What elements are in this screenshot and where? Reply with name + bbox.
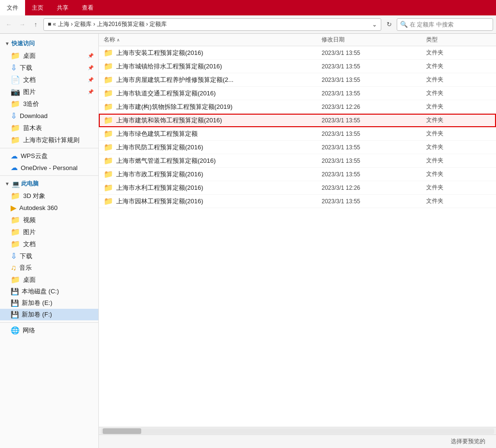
file-type: 文件夹 (426, 103, 496, 111)
sidebar-item-download[interactable]: ⇩ 下载 📌 (0, 62, 98, 74)
sidebar-item-shanghai-rules[interactable]: 📁 上海市定额计算规则 (0, 134, 98, 146)
file-date: 2023/3/1 13:55 (322, 117, 426, 124)
folder-icon: 📁 (104, 143, 113, 152)
folder-icon: 📄 (11, 75, 20, 84)
table-row[interactable]: 📁 上海市民防工程预算定额(2016) 2023/3/1 13:55 文件夹 (99, 141, 496, 154)
table-row[interactable]: 📁 上海市城镇给排水工程预算定额(2016) 2023/3/1 13:55 文件… (99, 60, 496, 73)
sidebar-item-download2[interactable]: ⇩ 下载 (0, 250, 98, 262)
sidebar-item-3d[interactable]: 📁 3D 对象 (0, 190, 98, 202)
ribbon-tab-file[interactable]: 文件 (0, 0, 25, 15)
ribbon-tab-home[interactable]: 主页 (25, 0, 50, 15)
file-name: 📁 上海市建(构)筑物拆除工程预算定额(2019) (99, 102, 322, 111)
folder-icon: 📁 (11, 51, 20, 60)
ribbon-tab-share[interactable]: 共享 (50, 0, 75, 15)
sidebar-item-dl[interactable]: ⇩ Download (0, 110, 98, 122)
sidebar-item-autodesk[interactable]: ▶ Autodesk 360 (0, 202, 98, 214)
table-row[interactable]: 📁 上海市市政工程预算定额(2016) 2023/3/1 13:55 文件夹 (99, 168, 496, 181)
address-bar[interactable]: ■ « 上海 › 定额库 › 上海2016预算定额 › 定额库 ⌄ (43, 18, 381, 31)
column-type[interactable]: 类型 (426, 36, 496, 44)
forward-button[interactable]: → (16, 19, 28, 30)
sidebar-item-label: WPS云盘 (21, 152, 48, 160)
hscroll-track (101, 428, 494, 434)
sidebar-item-wps[interactable]: ☁ WPS云盘 (0, 150, 98, 162)
table-row[interactable]: 📁 上海市园林工程预算定额(2016) 2023/3/1 13:55 文件夹 (99, 195, 496, 208)
sidebar-item-drive-f[interactable]: 💾 新加卷 (F:) (0, 309, 98, 320)
table-row[interactable]: 📁 上海市建筑和装饰工程预算定额(2016) 2023/3/1 13:55 文件… (99, 114, 496, 127)
file-name: 📁 上海市民防工程预算定额(2016) (99, 143, 322, 152)
table-row[interactable]: 📁 上海市水利工程预算定额(2016) 2023/3/1 12:26 文件夹 (99, 181, 496, 195)
file-date: 2023/3/1 13:55 (322, 131, 426, 137)
divider (0, 148, 98, 148)
folder-icon: 📁 (104, 156, 113, 165)
sidebar-item-docs2[interactable]: 📁 文档 (0, 238, 98, 250)
sidebar-item-music[interactable]: ♫ 音乐 (0, 262, 98, 274)
drive-icon: 💾 (11, 288, 19, 295)
file-type: 文件夹 (426, 157, 496, 165)
cloud-section: ☁ WPS云盘 ☁ OneDrive - Personal (0, 150, 98, 173)
sidebar-item-drive-c[interactable]: 💾 本地磁盘 (C:) (0, 286, 98, 297)
table-row[interactable]: 📁 上海市燃气管道工程预算定额(2016) 2023/3/1 13:55 文件夹 (99, 154, 496, 168)
sidebar: ▼ 快速访问 📁 桌面 📌 ⇩ 下载 📌 📄 文档 📌 📷 图片 (0, 34, 99, 448)
folder-icon: 📁 (11, 99, 20, 108)
column-name[interactable]: 名称 ∧ (99, 36, 322, 44)
sidebar-item-network[interactable]: 🌐 网络 (0, 325, 98, 336)
sidebar-item-desktop[interactable]: 📁 桌面 📌 (0, 50, 98, 62)
network-icon: 🌐 (11, 326, 20, 335)
sidebar-item-label: 3D 对象 (23, 192, 45, 200)
download-icon: ⇩ (11, 63, 17, 72)
file-type: 文件夹 (426, 116, 496, 124)
hscroll-thumb[interactable] (103, 428, 141, 434)
music-icon: ♫ (11, 264, 16, 272)
file-name: 📁 上海市城镇给排水工程预算定额(2016) (99, 62, 322, 71)
sidebar-item-pictures[interactable]: 📷 图片 📌 (0, 86, 98, 98)
table-row[interactable]: 📁 上海市安装工程预算定额(2016) 2023/3/1 13:55 文件夹 (99, 46, 496, 60)
file-name: 📁 上海市市政工程预算定额(2016) (99, 170, 322, 179)
folder-icon: 📁 (104, 183, 113, 192)
sidebar-item-pictures2[interactable]: 📁 图片 (0, 226, 98, 238)
file-list: 📁 上海市安装工程预算定额(2016) 2023/3/1 13:55 文件夹 📁… (99, 46, 496, 427)
file-type: 文件夹 (426, 197, 496, 205)
sidebar-item-label: 桌面 (23, 52, 36, 60)
back-button[interactable]: ← (3, 19, 14, 30)
column-date[interactable]: 修改日期 (322, 36, 426, 44)
file-date: 2023/3/1 13:55 (322, 158, 426, 164)
autodesk-icon: ▶ (11, 203, 16, 212)
file-type: 文件夹 (426, 130, 496, 138)
search-input[interactable] (410, 21, 490, 28)
sidebar-item-video[interactable]: 📁 视频 (0, 214, 98, 226)
ribbon-tab-view[interactable]: 查看 (75, 0, 100, 15)
folder-icon: 📁 (104, 62, 113, 71)
pin-icon: 📌 (88, 89, 94, 94)
file-date: 2023/3/1 13:55 (322, 90, 426, 97)
sidebar-item-miaomubiao[interactable]: 📁 苗木表 (0, 122, 98, 134)
sidebar-item-documents[interactable]: 📄 文档 📌 (0, 74, 98, 86)
hscroll-bar[interactable] (99, 427, 496, 435)
folder-icon: 📁 (11, 215, 20, 224)
search-bar[interactable]: 🔍 (397, 18, 493, 31)
divider (0, 322, 98, 323)
sidebar-item-label: 苗木表 (23, 124, 42, 132)
refresh-button[interactable]: ↻ (383, 19, 395, 30)
sidebar-item-drive-e[interactable]: 💾 新加卷 (E:) (0, 297, 98, 309)
folder-icon: 📁 (11, 191, 20, 200)
download-icon: ⇩ (11, 251, 17, 261)
table-row[interactable]: 📁 上海市绿色建筑工程预算定额 2023/3/1 13:55 文件夹 (99, 127, 496, 141)
table-row[interactable]: 📁 上海市建(构)筑物拆除工程预算定额(2019) 2023/3/1 12:26… (99, 100, 496, 114)
sidebar-item-desktop2[interactable]: 📁 桌面 (0, 274, 98, 286)
folder-icon: 📁 (11, 275, 20, 284)
folder-icon: 📁 (11, 135, 20, 145)
folder-icon: 📁 (104, 75, 113, 84)
file-name: 📁 上海市建筑和装饰工程预算定额(2016) (99, 116, 322, 125)
sort-icon: ∧ (117, 38, 120, 42)
up-button[interactable]: ↑ (30, 19, 41, 30)
file-type: 文件夹 (426, 62, 496, 70)
file-date: 2023/3/1 13:55 (322, 171, 426, 178)
folder-icon: 📁 (104, 197, 113, 206)
sidebar-item-onedrive[interactable]: ☁ OneDrive - Personal (0, 162, 98, 173)
thispc-header[interactable]: ▼ 💻 此电脑 (0, 178, 98, 190)
folder-icon: 📁 (11, 123, 20, 132)
quick-access-header[interactable]: ▼ 快速访问 (0, 38, 98, 50)
table-row[interactable]: 📁 上海市轨道交通工程预算定额(2016) 2023/3/1 13:55 文件夹 (99, 87, 496, 100)
table-row[interactable]: 📁 上海市房屋建筑工程养护维修预算定额(2... 2023/3/1 13:55 … (99, 73, 496, 87)
sidebar-item-zaojia[interactable]: 📁 3造价 (0, 98, 98, 110)
